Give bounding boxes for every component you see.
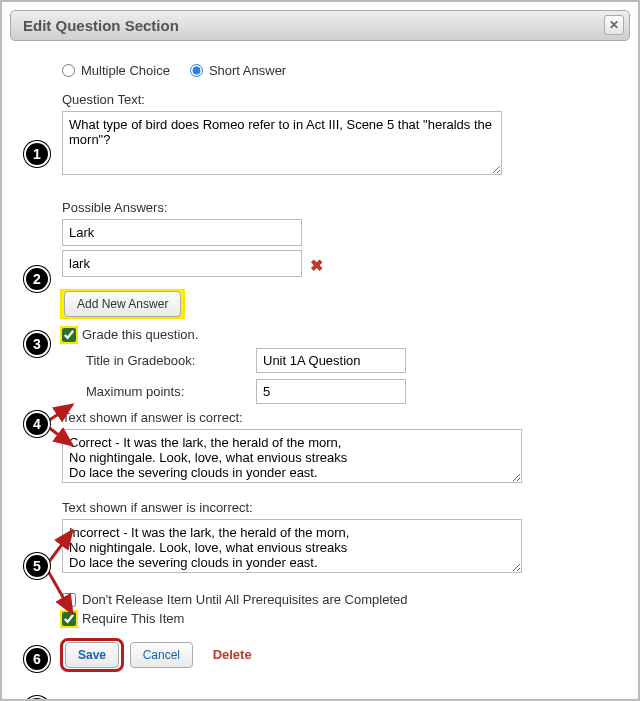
answer-input-2[interactable] — [62, 250, 302, 277]
short-answer-label: Short Answer — [209, 63, 286, 78]
step-badge-1: 1 — [24, 141, 50, 167]
step-badge-6: 6 — [24, 646, 50, 672]
dialog-title: Edit Question Section — [23, 17, 179, 34]
gradebook-title-label: Title in Gradebook: — [86, 353, 236, 368]
prereq-checkbox[interactable] — [62, 593, 76, 607]
step-badge-2: 2 — [24, 266, 50, 292]
dialog-titlebar: Edit Question Section ✕ — [10, 10, 630, 41]
incorrect-feedback-input[interactable] — [62, 519, 522, 573]
maximum-points-input[interactable] — [256, 379, 406, 404]
answer-input-1[interactable] — [62, 219, 302, 246]
question-type-row: Multiple Choice Short Answer — [62, 63, 630, 78]
cancel-button[interactable]: Cancel — [130, 642, 193, 668]
gradebook-title-input[interactable] — [256, 348, 406, 373]
delete-link[interactable]: Delete — [213, 647, 252, 662]
incorrect-feedback-label: Text shown if answer is incorrect: — [62, 500, 630, 515]
multiple-choice-radio[interactable] — [62, 64, 75, 77]
step-badge-3: 3 — [24, 331, 50, 357]
grade-question-label: Grade this question. — [82, 327, 198, 342]
remove-answer-icon[interactable]: ✖ — [310, 256, 323, 275]
multiple-choice-option[interactable]: Multiple Choice — [62, 63, 170, 78]
question-text-input[interactable] — [62, 111, 502, 175]
correct-feedback-label: Text shown if answer is correct: — [62, 410, 630, 425]
step-badge-7: 7 — [24, 696, 50, 701]
multiple-choice-label: Multiple Choice — [81, 63, 170, 78]
possible-answers-label: Possible Answers: — [62, 200, 630, 215]
short-answer-option[interactable]: Short Answer — [190, 63, 286, 78]
save-button[interactable]: Save — [65, 642, 119, 668]
maximum-points-label: Maximum points: — [86, 384, 236, 399]
step-badge-4: 4 — [24, 411, 50, 437]
step-badge-5: 5 — [24, 553, 50, 579]
correct-feedback-input[interactable] — [62, 429, 522, 483]
prereq-label: Don't Release Item Until All Prerequisit… — [82, 592, 407, 607]
add-answer-button[interactable]: Add New Answer — [64, 291, 181, 317]
require-item-checkbox[interactable] — [62, 612, 76, 626]
question-text-label: Question Text: — [62, 92, 630, 107]
close-icon[interactable]: ✕ — [604, 15, 624, 35]
short-answer-radio[interactable] — [190, 64, 203, 77]
grade-question-checkbox[interactable] — [62, 328, 76, 342]
require-item-label: Require This Item — [82, 611, 184, 626]
